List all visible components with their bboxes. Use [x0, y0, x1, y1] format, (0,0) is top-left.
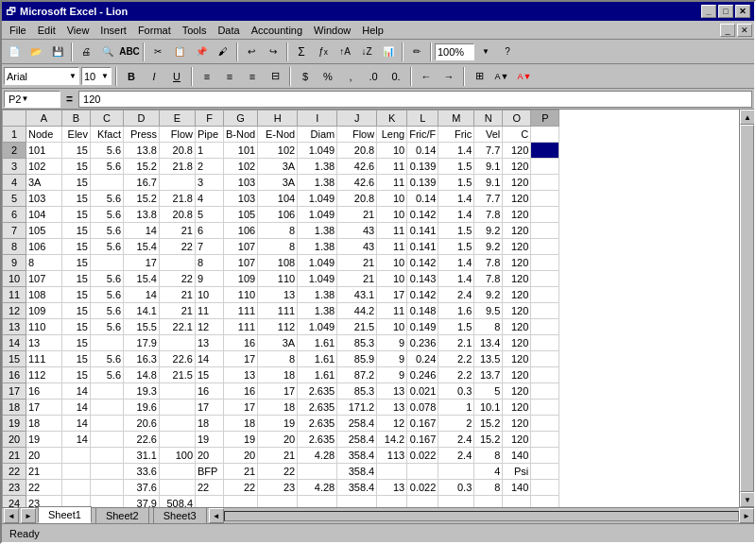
cell-H5[interactable]: 104: [258, 191, 298, 207]
cell-F16[interactable]: 15: [196, 367, 224, 383]
cell-L1[interactable]: Fric/F: [407, 127, 438, 143]
cell-F3[interactable]: 2: [196, 159, 224, 175]
scroll-left-button[interactable]: ◄: [209, 508, 224, 523]
menu-edit[interactable]: Edit: [32, 23, 61, 38]
percent-button[interactable]: %: [318, 67, 338, 85]
cell-K9[interactable]: 10: [377, 255, 407, 271]
cell-N8[interactable]: 9.2: [474, 239, 503, 255]
cell-K6[interactable]: 10: [377, 207, 407, 223]
borders-button[interactable]: ⊞: [469, 67, 490, 85]
autosum-button[interactable]: Σ: [291, 42, 312, 62]
cell-K2[interactable]: 10: [377, 143, 407, 159]
cell-I14[interactable]: 1.61: [298, 335, 337, 351]
cell-D1[interactable]: Press: [124, 127, 160, 143]
cell-A3[interactable]: 102: [26, 159, 62, 175]
format-painter-button[interactable]: 🖌: [213, 42, 233, 62]
cell-J5[interactable]: 20.8: [337, 191, 377, 207]
menu-window[interactable]: Window: [308, 23, 356, 38]
sort-asc-button[interactable]: ↑A: [335, 42, 355, 62]
cell-L9[interactable]: 0.142: [407, 255, 438, 271]
cell-E7[interactable]: 21: [160, 223, 196, 239]
cell-G3[interactable]: 102: [224, 159, 258, 175]
cell-G16[interactable]: 13: [224, 367, 258, 383]
scroll-up-button[interactable]: ▲: [740, 110, 754, 125]
col-header-L[interactable]: L: [407, 110, 438, 127]
cell-C10[interactable]: 5.6: [91, 271, 124, 287]
cell-J18[interactable]: 171.2: [337, 400, 377, 416]
cell-P2[interactable]: [531, 143, 559, 159]
cell-M22[interactable]: [438, 464, 474, 480]
cell-N3[interactable]: 9.1: [474, 159, 503, 175]
cell-B11[interactable]: 15: [62, 287, 91, 303]
cell-J4[interactable]: 42.6: [337, 175, 377, 191]
cell-N24[interactable]: [474, 496, 503, 508]
sheet-tab-sheet2[interactable]: Sheet2: [95, 507, 149, 523]
cell-C21[interactable]: [91, 448, 124, 464]
cell-D22[interactable]: 33.6: [124, 464, 160, 480]
cell-G24[interactable]: [224, 496, 258, 508]
cell-N6[interactable]: 7.8: [474, 207, 503, 223]
cell-E5[interactable]: 21.8: [160, 191, 196, 207]
cell-J10[interactable]: 21: [337, 271, 377, 287]
col-header-N[interactable]: N: [474, 110, 503, 127]
cell-G1[interactable]: B-Nod: [224, 127, 258, 143]
cell-I20[interactable]: 2.635: [298, 432, 337, 448]
row-header-2[interactable]: 2: [3, 143, 26, 159]
cell-C9[interactable]: [91, 255, 124, 271]
cell-J7[interactable]: 43: [337, 223, 377, 239]
cell-G22[interactable]: 21: [224, 464, 258, 480]
row-header-11[interactable]: 11: [3, 287, 26, 303]
cell-P10[interactable]: [531, 271, 559, 287]
cell-B3[interactable]: 15: [62, 159, 91, 175]
row-header-1[interactable]: 1: [3, 127, 26, 143]
cell-G5[interactable]: 103: [224, 191, 258, 207]
col-header-B[interactable]: B: [62, 110, 91, 127]
fill-color-button[interactable]: A▼: [491, 67, 512, 85]
cell-L19[interactable]: 0.167: [407, 416, 438, 432]
sort-desc-button[interactable]: ↓Z: [356, 42, 377, 62]
cell-P4[interactable]: [531, 175, 559, 191]
cell-J21[interactable]: 358.4: [337, 448, 377, 464]
cell-C18[interactable]: [91, 400, 124, 416]
cell-G20[interactable]: 19: [224, 432, 258, 448]
cell-C22[interactable]: [91, 464, 124, 480]
cell-I12[interactable]: 1.38: [298, 303, 337, 319]
open-button[interactable]: 📂: [26, 42, 46, 62]
row-header-9[interactable]: 9: [3, 255, 26, 271]
align-right-button[interactable]: ≡: [242, 67, 263, 85]
cell-I3[interactable]: 1.38: [298, 159, 337, 175]
cell-M23[interactable]: 0.3: [438, 480, 474, 496]
cell-F14[interactable]: 13: [196, 335, 224, 351]
cell-B18[interactable]: 14: [62, 400, 91, 416]
cell-F23[interactable]: 22: [196, 480, 224, 496]
cell-F10[interactable]: 9: [196, 271, 224, 287]
cell-B2[interactable]: 15: [62, 143, 91, 159]
cell-B17[interactable]: 14: [62, 383, 91, 400]
merge-center-button[interactable]: ⊟: [265, 67, 285, 85]
cell-K11[interactable]: 17: [377, 287, 407, 303]
cell-M20[interactable]: 2.4: [438, 432, 474, 448]
cell-F20[interactable]: 19: [196, 432, 224, 448]
cell-M14[interactable]: 2.1: [438, 335, 474, 351]
cell-I13[interactable]: 1.049: [298, 319, 337, 335]
cell-M7[interactable]: 1.5: [438, 223, 474, 239]
cell-J6[interactable]: 21: [337, 207, 377, 223]
cell-N19[interactable]: 15.2: [474, 416, 503, 432]
cell-P20[interactable]: [531, 432, 559, 448]
cell-B16[interactable]: 15: [62, 367, 91, 383]
cell-J15[interactable]: 85.9: [337, 351, 377, 367]
cell-G4[interactable]: 103: [224, 175, 258, 191]
cell-K22[interactable]: [377, 464, 407, 480]
cell-H7[interactable]: 8: [258, 223, 298, 239]
chart-button[interactable]: 📊: [378, 42, 399, 62]
cell-I4[interactable]: 1.38: [298, 175, 337, 191]
new-button[interactable]: 📄: [4, 42, 25, 62]
cell-L14[interactable]: 0.236: [407, 335, 438, 351]
cell-E16[interactable]: 21.5: [160, 367, 196, 383]
row-header-23[interactable]: 23: [3, 480, 26, 496]
cell-B6[interactable]: 15: [62, 207, 91, 223]
col-header-G[interactable]: G: [224, 110, 258, 127]
cell-I23[interactable]: 4.28: [298, 480, 337, 496]
col-header-F[interactable]: F: [196, 110, 224, 127]
cell-M9[interactable]: 1.4: [438, 255, 474, 271]
